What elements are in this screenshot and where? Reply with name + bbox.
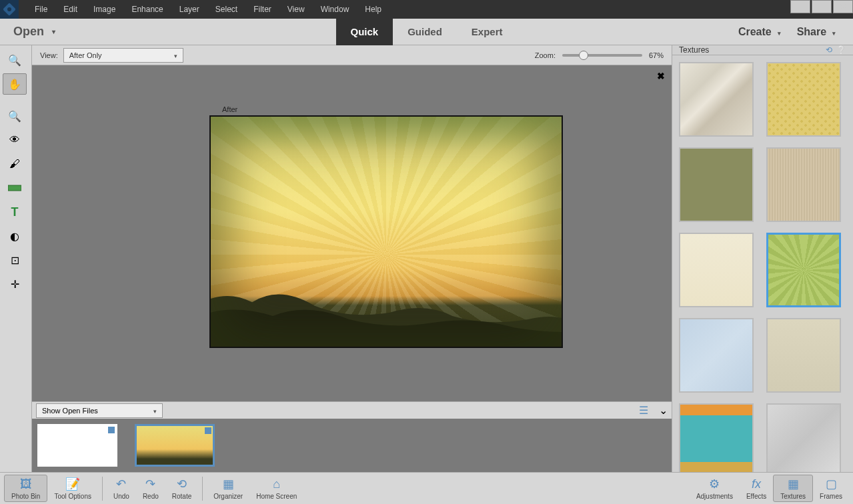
- tab-expert[interactable]: Expert: [457, 19, 518, 45]
- panel-title: Textures: [679, 45, 709, 55]
- tab-guided[interactable]: Guided: [393, 19, 457, 45]
- spot-heal-tool[interactable]: ◐: [3, 225, 27, 247]
- texture-tan-scratched[interactable]: [766, 318, 841, 393]
- texture-teal-paint[interactable]: [679, 403, 754, 472]
- tool-options-icon: 📝: [65, 477, 80, 491]
- open-label: Open: [13, 25, 44, 39]
- move-tool[interactable]: ✛: [3, 273, 27, 295]
- organizer-label: Organizer: [213, 493, 243, 500]
- texture-peeling-paint[interactable]: [679, 62, 754, 137]
- right-panel: Textures ⟲ ❔: [672, 45, 853, 472]
- tool-palette: 🔍✋🔍👁🖌T◐⊡✛: [0, 45, 32, 472]
- reset-icon[interactable]: ⟲: [826, 45, 832, 55]
- restore-button[interactable]: ❐: [812, 0, 832, 13]
- texture-green-sunburst[interactable]: [766, 233, 841, 307]
- whiten-teeth-tool[interactable]: 🖌: [3, 153, 27, 175]
- taskbtn-textures[interactable]: ▦Textures: [773, 475, 813, 502]
- undo-icon: ↶: [116, 477, 126, 491]
- taskbtn-adjustments[interactable]: ⚙Adjustments: [690, 475, 740, 502]
- show-files-bar: Show Open Files ☰ ⌄: [32, 401, 672, 419]
- menu-window[interactable]: Window: [313, 5, 357, 14]
- quick-select-tool[interactable]: 🔍: [3, 105, 27, 127]
- taskbtn-home-screen[interactable]: ⌂Home Screen: [249, 475, 303, 501]
- taskbtn-rotate[interactable]: ⟲Rotate: [165, 475, 198, 501]
- eye-tool[interactable]: 👁: [3, 129, 27, 151]
- photo-image: [209, 115, 563, 348]
- list-view-icon[interactable]: ☰: [639, 404, 648, 417]
- help-icon[interactable]: ❔: [836, 45, 846, 55]
- redo-icon: ↷: [145, 477, 155, 491]
- menu-layer[interactable]: Layer: [171, 5, 207, 14]
- window-controls: — ❐ ✕: [789, 0, 853, 13]
- text-tool[interactable]: T: [3, 201, 27, 223]
- options-bar: View: After Only Zoom: 67%: [32, 45, 672, 65]
- taskbtn-undo[interactable]: ↶Undo: [107, 475, 136, 501]
- crop-tool[interactable]: ⊡: [3, 249, 27, 271]
- frames-label: Frames: [820, 493, 842, 500]
- share-dropdown[interactable]: Share: [789, 26, 844, 38]
- taskbtn-frames[interactable]: ▢Frames: [813, 475, 849, 502]
- texture-cream-paper[interactable]: [679, 233, 754, 307]
- hand-tool[interactable]: ✋: [3, 73, 27, 95]
- straighten-tool[interactable]: [3, 177, 27, 199]
- photo-canvas[interactable]: [209, 115, 563, 348]
- photo-bin-label: Photo Bin: [11, 493, 40, 500]
- redo-label: Redo: [143, 493, 159, 500]
- create-dropdown[interactable]: Create: [730, 26, 789, 38]
- photo-bin-icon: 🖼: [20, 477, 32, 491]
- adjustments-icon: ⚙: [709, 477, 720, 491]
- task-bar: 🖼Photo Bin📝Tool Options↶Undo↷Redo⟲Rotate…: [0, 472, 853, 504]
- rotate-icon: ⟲: [177, 477, 187, 491]
- texture-beige-fabric[interactable]: [766, 147, 841, 222]
- menu-view[interactable]: View: [279, 5, 313, 14]
- view-dropdown[interactable]: After Only: [63, 48, 183, 63]
- svg-point-1: [7, 7, 11, 11]
- tab-quick[interactable]: Quick: [335, 19, 393, 45]
- organizer-icon: ▦: [223, 477, 234, 491]
- menu-edit[interactable]: Edit: [55, 5, 85, 14]
- after-label: After: [222, 105, 237, 113]
- texture-olive-canvas[interactable]: [679, 147, 754, 222]
- menu-filter[interactable]: Filter: [245, 5, 279, 14]
- zoom-tool[interactable]: 🔍: [3, 49, 27, 71]
- zoom-slider[interactable]: [562, 54, 642, 57]
- menu-file[interactable]: File: [27, 5, 55, 14]
- adjustments-label: Adjustments: [696, 493, 733, 500]
- taskbtn-photo-bin[interactable]: 🖼Photo Bin: [4, 475, 47, 502]
- menu-enhance[interactable]: Enhance: [123, 5, 171, 14]
- menu-select[interactable]: Select: [207, 5, 245, 14]
- caret-down-icon: [174, 51, 177, 59]
- texture-silver-foil[interactable]: [766, 403, 841, 472]
- slider-knob[interactable]: [579, 51, 588, 60]
- undo-label: Undo: [113, 493, 129, 500]
- panel-header: Textures ⟲ ❔: [672, 45, 853, 55]
- frames-icon: ▢: [826, 477, 837, 491]
- taskbtn-organizer[interactable]: ▦Organizer: [207, 475, 249, 501]
- effects-label: Effects: [746, 493, 766, 500]
- mode-bar: Open ▾ Quick Guided Expert Create Share: [0, 19, 853, 45]
- menu-help[interactable]: Help: [357, 5, 389, 14]
- close-tab-icon[interactable]: ✖: [657, 71, 665, 81]
- zoom-label: Zoom:: [535, 51, 556, 59]
- textures-label: Textures: [780, 493, 806, 500]
- texture-blue-denim[interactable]: [679, 318, 754, 393]
- menu-image[interactable]: Image: [85, 5, 123, 14]
- thumbnail-2[interactable]: [135, 424, 215, 467]
- collapse-icon[interactable]: ⌄: [659, 404, 668, 417]
- taskbtn-redo[interactable]: ↷Redo: [136, 475, 165, 501]
- zoom-value: 67%: [649, 51, 664, 59]
- thumbnail-1[interactable]: [37, 424, 117, 467]
- show-files-dropdown[interactable]: Show Open Files: [36, 403, 163, 418]
- close-button[interactable]: ✕: [833, 0, 853, 13]
- taskbtn-effects[interactable]: fxEffects: [740, 475, 773, 502]
- view-label: View:: [40, 51, 58, 59]
- open-dropdown[interactable]: Open ▾: [0, 25, 65, 39]
- home-screen-icon: ⌂: [273, 477, 280, 491]
- canvas-area: ✖ After: [32, 65, 672, 401]
- minimize-button[interactable]: —: [790, 0, 810, 13]
- taskbtn-tool-options[interactable]: 📝Tool Options: [47, 475, 98, 501]
- svg-rect-2: [8, 185, 21, 191]
- caret-down-icon: [778, 26, 781, 38]
- texture-yellow-dots[interactable]: [766, 62, 841, 137]
- app-icon: [0, 0, 19, 19]
